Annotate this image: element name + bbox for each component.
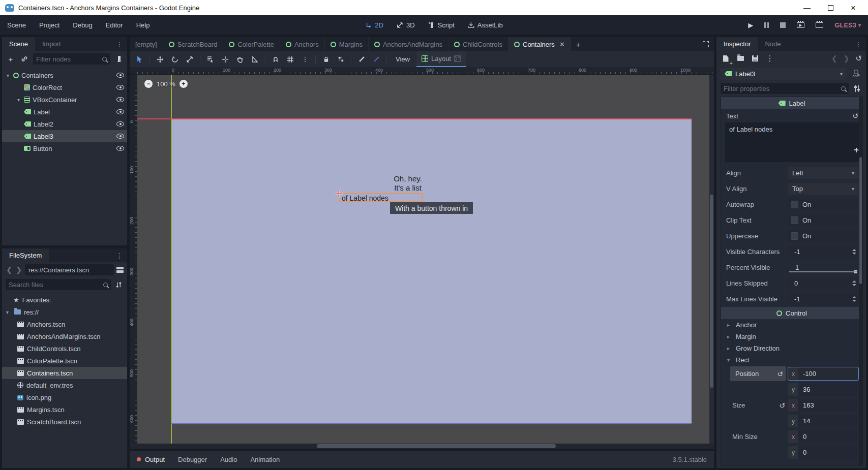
close-tab-icon[interactable]: ✕ [559, 41, 565, 48]
property-tools-button[interactable] [852, 83, 862, 93]
inspector-scrollbar[interactable] [859, 97, 862, 465]
scene-tab-margins[interactable]: Margins [325, 37, 369, 51]
grow-direction-group[interactable]: ▸ Grow Direction [721, 342, 862, 354]
bottom-tab-debugger[interactable]: Debugger [178, 456, 207, 463]
tab-import[interactable]: Import [35, 37, 68, 51]
scene-tab-scratchboard[interactable]: ScratchBoard [163, 37, 224, 51]
file-row-selected[interactable]: Containers.tscn [2, 367, 127, 379]
stop-button[interactable] [780, 22, 786, 28]
spinner-icon[interactable] [852, 249, 856, 255]
anchor-group[interactable]: ▸ Anchor [721, 319, 862, 331]
menu-editor[interactable]: Editor [106, 21, 123, 29]
zoom-out-button[interactable]: − [144, 80, 153, 88]
slider-knob[interactable] [854, 270, 857, 273]
tab-node[interactable]: Node [758, 37, 788, 51]
percent-visible-slider[interactable]: 1 [788, 262, 858, 273]
file-row[interactable]: default_env.tres [2, 379, 127, 391]
tab-scene[interactable]: Scene [2, 37, 35, 51]
workspace-3d-button[interactable]: 3D [397, 21, 415, 29]
menu-debug[interactable]: Debug [73, 21, 92, 29]
scene-tab-anchorsandmargins[interactable]: AnchorsAndMargins [369, 37, 448, 51]
ruler-tool-button[interactable] [248, 53, 261, 66]
2d-viewport[interactable]: 0 100 200 300 400 500 600 700 800 900 10… [130, 67, 714, 444]
revert-icon[interactable]: ↺ [779, 401, 785, 410]
open-docs-button[interactable]: DOC [850, 68, 862, 80]
collapse-icon[interactable]: ▾ [16, 97, 21, 103]
scene-tab-anchors[interactable]: Anchors [280, 37, 325, 51]
control-class-section[interactable]: Control [721, 307, 862, 319]
canvas-horizontal-scrollbar[interactable] [130, 444, 714, 449]
rect-min-size-y-field[interactable]: y 0 [788, 446, 858, 459]
visibility-eye-icon[interactable] [116, 109, 124, 114]
tree-row-button[interactable]: Button [2, 142, 127, 154]
revert-icon[interactable]: ↺ [777, 370, 783, 378]
visibility-eye-icon[interactable] [116, 85, 124, 90]
history-back-button[interactable]: ❮ [831, 54, 837, 62]
spinner-icon[interactable] [852, 296, 856, 302]
uppercase-checkbox[interactable]: On [788, 230, 858, 242]
dock-menu-icon[interactable]: ⋮ [112, 37, 127, 51]
save-resource-button[interactable] [750, 53, 760, 64]
split-view-icon[interactable] [116, 267, 124, 273]
max-lines-visible-field[interactable]: -1 [788, 293, 858, 305]
tree-row-label3[interactable]: Label3 [2, 130, 127, 142]
resource-options-button[interactable]: ⋮ [765, 53, 775, 64]
file-row[interactable]: ChildControls.tscn [2, 342, 127, 355]
margin-group[interactable]: ▸ Margin [721, 331, 862, 342]
sort-files-icon[interactable] [113, 279, 124, 290]
dock-menu-icon[interactable]: ⋮ [851, 37, 866, 51]
label-class-section[interactable]: Label [721, 97, 862, 109]
history-forward-button[interactable]: ❯ [844, 54, 850, 62]
fs-root[interactable]: ▾ res:// [2, 306, 127, 318]
autowrap-checkbox[interactable]: On [788, 199, 858, 210]
tree-row-containers[interactable]: ▾ Containers [2, 69, 127, 81]
text-property-editor[interactable]: of Label nodes [725, 122, 859, 162]
smart-snap-button[interactable] [269, 53, 282, 66]
file-row[interactable]: ColorPalette.tscn [2, 355, 127, 367]
file-row[interactable]: AnchorsAndMargins.tscn [2, 330, 127, 342]
tree-row-label2[interactable]: Label2 [2, 118, 127, 130]
workspace-assetlib-button[interactable]: AssetLib [468, 21, 503, 29]
zoom-in-button[interactable]: + [179, 80, 188, 88]
file-row[interactable]: icon.png [2, 391, 127, 403]
scene-tab-colorpalette[interactable]: ColorPalette [223, 37, 280, 51]
history-button[interactable]: ↺ [855, 54, 862, 63]
dock-menu-icon[interactable]: ⋮ [112, 248, 127, 262]
workspace-2d-button[interactable]: 2D [365, 21, 383, 29]
add-node-button[interactable]: + [6, 54, 16, 64]
instance-scene-button[interactable] [19, 54, 29, 64]
new-resource-button[interactable] [721, 53, 731, 64]
scene-tab-childcontrols[interactable]: ChildControls [448, 37, 508, 51]
new-scene-tab-button[interactable]: + [571, 37, 586, 51]
canvas-area[interactable]: − 100 % + Oh, hey. It's a list of Label … [137, 75, 714, 444]
bottom-tab-animation[interactable]: Animation [250, 456, 280, 463]
visible-characters-field[interactable]: -1 [788, 246, 858, 258]
rect-group[interactable]: ▾ Rect [721, 354, 862, 366]
minimize-button[interactable]: — [803, 4, 811, 11]
file-row[interactable]: Anchors.tscn [2, 318, 127, 330]
scene-tab-containers[interactable]: Containers ✕ [508, 37, 571, 51]
canvas-button[interactable]: With a button thrown in [390, 202, 473, 214]
fs-favorites[interactable]: ★ Favorites: [2, 294, 127, 306]
edited-node-selector[interactable]: Label3 ▾ [721, 68, 847, 80]
bottom-tab-output[interactable]: Output [145, 456, 165, 463]
zoom-percent[interactable]: 100 % [157, 80, 175, 88]
workspace-script-button[interactable]: Script [428, 21, 455, 29]
tab-inspector[interactable]: Inspector [716, 37, 758, 51]
visibility-eye-icon[interactable] [116, 146, 124, 151]
revert-icon[interactable]: ↺ [852, 112, 858, 120]
valign-select[interactable]: Top ▾ [788, 183, 858, 195]
pan-tool-button[interactable] [233, 53, 247, 66]
move-tool-button[interactable] [154, 53, 167, 66]
grid-snap-button[interactable] [284, 53, 297, 66]
visibility-eye-icon[interactable] [116, 73, 124, 78]
selected-label3-box[interactable]: of Label nodes [339, 193, 423, 202]
select-tool-button[interactable] [133, 53, 146, 66]
clip-text-checkbox[interactable]: On [788, 214, 858, 226]
lines-skipped-field[interactable]: 0 [788, 277, 858, 289]
load-resource-button[interactable] [735, 53, 745, 64]
bottom-tab-audio[interactable]: Audio [220, 456, 237, 463]
rect-min-size-x-field[interactable]: x 0 [788, 430, 858, 443]
attach-script-button[interactable] [113, 54, 124, 64]
rect-position-x-field[interactable]: x -100 [788, 367, 858, 380]
